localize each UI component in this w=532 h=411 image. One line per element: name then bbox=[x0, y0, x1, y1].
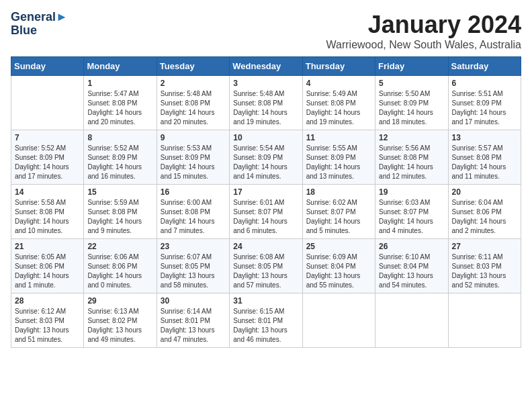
cell-sun-info: Sunrise: 6:11 AMSunset: 8:03 PMDaylight:… bbox=[452, 253, 517, 290]
cell-date-number: 3 bbox=[233, 79, 298, 88]
cell-date-number: 13 bbox=[452, 133, 517, 142]
cell-sun-info: Sunrise: 6:12 AMSunset: 8:03 PMDaylight:… bbox=[15, 307, 80, 345]
calendar-cell: 30Sunrise: 6:14 AMSunset: 8:01 PMDayligh… bbox=[157, 293, 229, 348]
cell-sun-info: Sunrise: 6:09 AMSunset: 8:04 PMDaylight:… bbox=[306, 253, 371, 290]
calendar-cell: 10Sunrise: 5:54 AMSunset: 8:09 PMDayligh… bbox=[230, 130, 302, 185]
calendar-table: SundayMondayTuesdayWednesdayThursdayFrid… bbox=[11, 56, 521, 348]
cell-sun-info: Sunrise: 5:50 AMSunset: 8:09 PMDaylight:… bbox=[379, 89, 444, 127]
cell-date-number: 19 bbox=[379, 187, 444, 197]
cell-sun-info: Sunrise: 5:47 AMSunset: 8:08 PMDaylight:… bbox=[87, 89, 152, 127]
cell-sun-info: Sunrise: 5:51 AMSunset: 8:09 PMDaylight:… bbox=[452, 89, 517, 127]
cell-date-number: 26 bbox=[379, 242, 444, 251]
cell-sun-info: Sunrise: 6:04 AMSunset: 8:06 PMDaylight:… bbox=[452, 198, 517, 236]
cell-date-number: 14 bbox=[15, 187, 80, 197]
logo: General►Blue bbox=[11, 11, 68, 38]
location-title: Warriewood, New South Wales, Australia bbox=[326, 39, 521, 51]
cell-date-number: 29 bbox=[87, 296, 152, 306]
cell-date-number: 16 bbox=[161, 187, 226, 197]
cell-date-number: 12 bbox=[379, 133, 444, 142]
cell-sun-info: Sunrise: 5:52 AMSunset: 8:09 PMDaylight:… bbox=[87, 144, 152, 181]
calendar-cell: 1Sunrise: 5:47 AMSunset: 8:08 PMDaylight… bbox=[84, 76, 157, 130]
title-area: January 2024 Warriewood, New South Wales… bbox=[326, 11, 521, 51]
cell-sun-info: Sunrise: 6:07 AMSunset: 8:05 PMDaylight:… bbox=[161, 253, 226, 290]
cell-date-number: 30 bbox=[161, 296, 226, 306]
cell-sun-info: Sunrise: 6:03 AMSunset: 8:07 PMDaylight:… bbox=[379, 198, 444, 236]
week-row-2: 14Sunrise: 5:58 AMSunset: 8:08 PMDayligh… bbox=[11, 185, 521, 239]
calendar-cell: 19Sunrise: 6:03 AMSunset: 8:07 PMDayligh… bbox=[375, 185, 448, 239]
month-title: January 2024 bbox=[326, 11, 521, 39]
week-row-3: 21Sunrise: 6:05 AMSunset: 8:06 PMDayligh… bbox=[11, 239, 521, 293]
cell-sun-info: Sunrise: 6:13 AMSunset: 8:02 PMDaylight:… bbox=[87, 307, 152, 345]
day-header-sunday: Sunday bbox=[11, 57, 84, 76]
cell-date-number: 27 bbox=[452, 242, 517, 251]
day-header-tuesday: Tuesday bbox=[157, 57, 229, 76]
cell-sun-info: Sunrise: 5:58 AMSunset: 8:08 PMDaylight:… bbox=[15, 198, 80, 236]
calendar-cell: 13Sunrise: 5:57 AMSunset: 8:08 PMDayligh… bbox=[448, 130, 521, 185]
calendar-cell: 26Sunrise: 6:10 AMSunset: 8:04 PMDayligh… bbox=[375, 239, 448, 293]
cell-sun-info: Sunrise: 6:02 AMSunset: 8:07 PMDaylight:… bbox=[306, 198, 371, 236]
cell-date-number: 23 bbox=[161, 242, 226, 251]
calendar-cell: 12Sunrise: 5:56 AMSunset: 8:08 PMDayligh… bbox=[375, 130, 448, 185]
calendar-cell: 16Sunrise: 6:00 AMSunset: 8:08 PMDayligh… bbox=[157, 185, 229, 239]
cell-date-number: 22 bbox=[87, 242, 152, 251]
cell-date-number: 10 bbox=[233, 133, 298, 142]
cell-sun-info: Sunrise: 6:01 AMSunset: 8:07 PMDaylight:… bbox=[233, 198, 298, 236]
cell-date-number: 31 bbox=[233, 296, 298, 306]
calendar-cell: 6Sunrise: 5:51 AMSunset: 8:09 PMDaylight… bbox=[448, 76, 521, 130]
calendar-header-row: SundayMondayTuesdayWednesdayThursdayFrid… bbox=[11, 57, 521, 76]
calendar-cell bbox=[302, 293, 375, 348]
calendar-cell: 27Sunrise: 6:11 AMSunset: 8:03 PMDayligh… bbox=[448, 239, 521, 293]
day-header-monday: Monday bbox=[84, 57, 157, 76]
calendar-cell: 31Sunrise: 6:15 AMSunset: 8:01 PMDayligh… bbox=[230, 293, 302, 348]
cell-date-number: 11 bbox=[306, 133, 371, 142]
cell-date-number: 4 bbox=[306, 79, 371, 88]
cell-sun-info: Sunrise: 5:48 AMSunset: 8:08 PMDaylight:… bbox=[161, 89, 226, 127]
calendar-cell: 21Sunrise: 6:05 AMSunset: 8:06 PMDayligh… bbox=[11, 239, 84, 293]
week-row-0: 1Sunrise: 5:47 AMSunset: 8:08 PMDaylight… bbox=[11, 76, 521, 130]
cell-sun-info: Sunrise: 6:08 AMSunset: 8:05 PMDaylight:… bbox=[233, 253, 298, 290]
cell-date-number: 8 bbox=[87, 133, 152, 142]
cell-date-number: 18 bbox=[306, 187, 371, 197]
cell-sun-info: Sunrise: 6:05 AMSunset: 8:06 PMDaylight:… bbox=[15, 253, 80, 290]
calendar-cell: 4Sunrise: 5:49 AMSunset: 8:08 PMDaylight… bbox=[302, 76, 375, 130]
cell-sun-info: Sunrise: 6:10 AMSunset: 8:04 PMDaylight:… bbox=[379, 253, 444, 290]
cell-sun-info: Sunrise: 6:06 AMSunset: 8:06 PMDaylight:… bbox=[87, 253, 152, 290]
calendar-cell: 28Sunrise: 6:12 AMSunset: 8:03 PMDayligh… bbox=[11, 293, 84, 348]
calendar-cell: 8Sunrise: 5:52 AMSunset: 8:09 PMDaylight… bbox=[84, 130, 157, 185]
cell-sun-info: Sunrise: 5:54 AMSunset: 8:09 PMDaylight:… bbox=[233, 144, 298, 181]
calendar-cell bbox=[11, 76, 84, 130]
calendar-cell: 15Sunrise: 5:59 AMSunset: 8:08 PMDayligh… bbox=[84, 185, 157, 239]
day-header-thursday: Thursday bbox=[302, 57, 375, 76]
calendar-cell: 3Sunrise: 5:48 AMSunset: 8:08 PMDaylight… bbox=[230, 76, 302, 130]
calendar-cell bbox=[375, 293, 448, 348]
header: General►Blue January 2024 Warriewood, Ne… bbox=[11, 11, 521, 51]
cell-date-number: 20 bbox=[452, 187, 517, 197]
cell-sun-info: Sunrise: 6:00 AMSunset: 8:08 PMDaylight:… bbox=[161, 198, 226, 236]
calendar-cell: 24Sunrise: 6:08 AMSunset: 8:05 PMDayligh… bbox=[230, 239, 302, 293]
calendar-cell: 5Sunrise: 5:50 AMSunset: 8:09 PMDaylight… bbox=[375, 76, 448, 130]
cell-date-number: 7 bbox=[15, 133, 80, 142]
cell-date-number: 2 bbox=[161, 79, 226, 88]
calendar-cell: 17Sunrise: 6:01 AMSunset: 8:07 PMDayligh… bbox=[230, 185, 302, 239]
calendar-cell: 22Sunrise: 6:06 AMSunset: 8:06 PMDayligh… bbox=[84, 239, 157, 293]
day-header-wednesday: Wednesday bbox=[230, 57, 302, 76]
cell-date-number: 1 bbox=[87, 79, 152, 88]
calendar-cell: 7Sunrise: 5:52 AMSunset: 8:09 PMDaylight… bbox=[11, 130, 84, 185]
calendar-cell: 25Sunrise: 6:09 AMSunset: 8:04 PMDayligh… bbox=[302, 239, 375, 293]
cell-date-number: 9 bbox=[161, 133, 226, 142]
week-row-1: 7Sunrise: 5:52 AMSunset: 8:09 PMDaylight… bbox=[11, 130, 521, 185]
cell-sun-info: Sunrise: 5:48 AMSunset: 8:08 PMDaylight:… bbox=[233, 89, 298, 127]
calendar-cell: 11Sunrise: 5:55 AMSunset: 8:09 PMDayligh… bbox=[302, 130, 375, 185]
cell-sun-info: Sunrise: 5:49 AMSunset: 8:08 PMDaylight:… bbox=[306, 89, 371, 127]
calendar-cell: 29Sunrise: 6:13 AMSunset: 8:02 PMDayligh… bbox=[84, 293, 157, 348]
cell-date-number: 17 bbox=[233, 187, 298, 197]
calendar-cell bbox=[448, 293, 521, 348]
week-row-4: 28Sunrise: 6:12 AMSunset: 8:03 PMDayligh… bbox=[11, 293, 521, 348]
calendar-cell: 14Sunrise: 5:58 AMSunset: 8:08 PMDayligh… bbox=[11, 185, 84, 239]
cell-date-number: 24 bbox=[233, 242, 298, 251]
calendar-cell: 18Sunrise: 6:02 AMSunset: 8:07 PMDayligh… bbox=[302, 185, 375, 239]
calendar-cell: 2Sunrise: 5:48 AMSunset: 8:08 PMDaylight… bbox=[157, 76, 229, 130]
cell-date-number: 5 bbox=[379, 79, 444, 88]
cell-date-number: 28 bbox=[15, 296, 80, 306]
cell-sun-info: Sunrise: 5:53 AMSunset: 8:09 PMDaylight:… bbox=[161, 144, 226, 181]
